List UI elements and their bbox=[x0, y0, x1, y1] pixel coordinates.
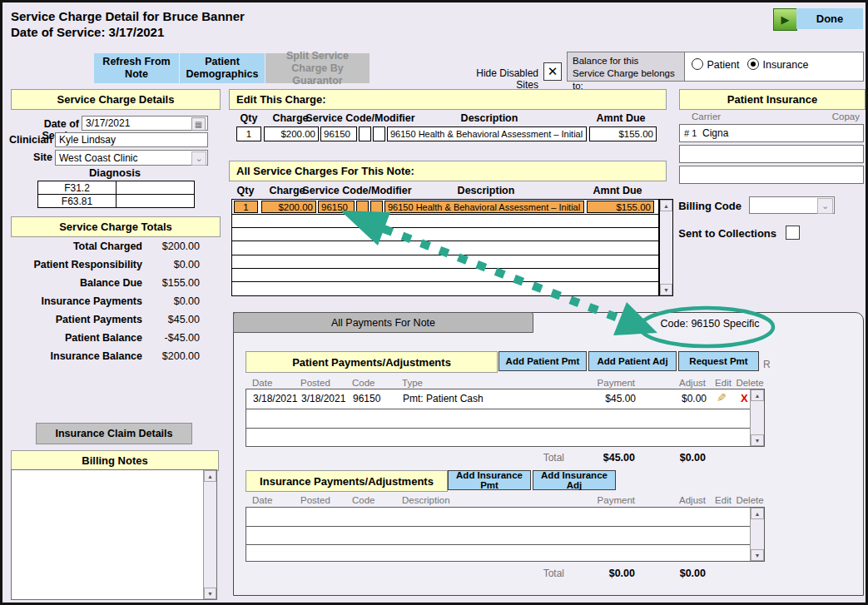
balance-belongs-label: Balance for this Service Charge belongs … bbox=[567, 52, 685, 82]
modifier2-input[interactable] bbox=[373, 126, 385, 141]
total-value: $155.00 bbox=[144, 277, 200, 289]
empty-row[interactable] bbox=[246, 428, 750, 429]
diagnosis-cell[interactable] bbox=[116, 181, 195, 195]
go-play-button[interactable]: ▶ bbox=[773, 8, 797, 31]
page-subtitle: Date of Service: 3/17/2021 bbox=[11, 25, 164, 39]
col-code: Service Code/Modifier bbox=[285, 112, 435, 124]
col-edit: Edit bbox=[712, 495, 735, 505]
total-label: Balance Due bbox=[2, 277, 142, 289]
total-value: $45.00 bbox=[144, 314, 200, 325]
scroll-up-icon[interactable]: ▲ bbox=[751, 508, 764, 519]
delete-x-icon[interactable]: X bbox=[741, 392, 748, 404]
col-delete: Delete bbox=[735, 495, 765, 505]
empty-row[interactable] bbox=[232, 268, 658, 269]
add-patient-pmt-button[interactable]: Add Patient Pmt bbox=[498, 351, 587, 371]
total-label: Insurance Balance bbox=[2, 350, 142, 362]
clinician-input[interactable]: Kyle Lindsay bbox=[55, 132, 208, 147]
sent-to-collections-label: Sent to Collections bbox=[677, 227, 776, 240]
insurance-payments-scrollbar[interactable]: ▲ ▼ bbox=[750, 508, 764, 561]
col-code: Service Code/Modifier bbox=[282, 185, 432, 196]
scroll-up-icon[interactable]: ▲ bbox=[660, 200, 672, 211]
billing-notes-scrollbar[interactable]: ▲ ▼ bbox=[203, 470, 216, 599]
qty-input[interactable]: 1 bbox=[236, 126, 261, 141]
col-type: Type bbox=[402, 378, 423, 388]
service-charges-scrollbar[interactable]: ▲ ▼ bbox=[659, 199, 673, 296]
chevron-down-icon[interactable]: ⌄ bbox=[817, 198, 833, 214]
patient-payment-row[interactable]: 3/18/2021 3/18/2021 96150 Pmt: Patient C… bbox=[246, 389, 751, 409]
site-select[interactable]: West Coast Clinic ⌄ bbox=[55, 150, 208, 166]
patient-demographics-button[interactable]: Patient Demographics bbox=[180, 53, 265, 83]
empty-row[interactable] bbox=[232, 241, 658, 241]
total-value: -$45.00 bbox=[144, 332, 200, 344]
service-charge-totals-header: Service Charge Totals bbox=[11, 216, 221, 237]
done-button[interactable]: Done bbox=[796, 8, 863, 29]
hide-disabled-sites-label: Hide Disabled Sites bbox=[452, 67, 538, 91]
tab-all-payments[interactable]: All Payments For Note bbox=[233, 312, 533, 333]
empty-row[interactable] bbox=[246, 409, 750, 409]
empty-row[interactable] bbox=[232, 281, 658, 282]
col-amnt-due: Amnt Due bbox=[585, 112, 657, 124]
description-input[interactable]: 96150 Health & Behavioral Assessment – I… bbox=[387, 126, 587, 141]
insurance-total-adjust: $0.00 bbox=[656, 568, 706, 579]
all-service-charges-header: All Service Charges For This Note: bbox=[229, 161, 667, 181]
service-code-input[interactable]: 96150 bbox=[320, 126, 357, 141]
patient-total-adjust: $0.00 bbox=[656, 452, 706, 464]
patient-payments-scrollbar[interactable]: ▲ ▼ bbox=[750, 389, 764, 446]
empty-row[interactable] bbox=[246, 526, 750, 527]
calendar-icon[interactable]: ▦ bbox=[191, 117, 206, 131]
empty-row[interactable] bbox=[232, 255, 658, 255]
diagnosis-cell[interactable]: F31.2 bbox=[37, 181, 117, 195]
r-indicator: R bbox=[763, 359, 771, 370]
scroll-down-icon[interactable]: ▼ bbox=[204, 588, 216, 599]
insurance-payments-table: ▲ ▼ bbox=[246, 507, 765, 562]
radio-insurance[interactable]: Insurance bbox=[747, 57, 808, 72]
col-payment: Payment bbox=[577, 378, 635, 388]
add-insurance-adj-button[interactable]: Add Insurance Adj bbox=[533, 470, 616, 490]
insurance-row[interactable] bbox=[679, 145, 864, 163]
empty-row[interactable] bbox=[232, 227, 658, 228]
chevron-down-icon[interactable]: ⌄ bbox=[191, 151, 206, 166]
empty-row[interactable] bbox=[246, 544, 750, 545]
insurance-row[interactable] bbox=[679, 166, 864, 184]
total-value: $200.00 bbox=[144, 350, 200, 362]
total-label: Patient Balance bbox=[2, 332, 142, 344]
hide-disabled-sites-checkbox[interactable]: ✕ bbox=[543, 62, 562, 81]
scroll-up-icon[interactable]: ▲ bbox=[751, 389, 764, 401]
edit-pencil-icon[interactable]: ✎ bbox=[717, 391, 727, 404]
tab-code-specific[interactable]: Code: 96150 Specific bbox=[639, 318, 781, 330]
sent-to-collections-checkbox[interactable] bbox=[786, 226, 800, 240]
charge-input[interactable]: $200.00 bbox=[264, 126, 319, 141]
amnt-due-input[interactable]: $155.00 bbox=[589, 126, 657, 141]
billing-code-select[interactable]: ⌄ bbox=[749, 196, 835, 214]
insurance-row[interactable]: # 1 Cigna bbox=[679, 124, 864, 142]
diagnosis-cell[interactable]: F63.81 bbox=[37, 194, 117, 208]
col-code: Code bbox=[352, 378, 375, 388]
radio-patient-circle[interactable] bbox=[692, 58, 703, 70]
request-pmt-button[interactable]: Request Pmt bbox=[678, 351, 759, 371]
insurance-claim-details-button[interactable]: Insurance Claim Details bbox=[36, 423, 192, 444]
date-of-service-input[interactable]: 3/17/2021 ▦ bbox=[82, 116, 208, 131]
add-insurance-pmt-button[interactable]: Add Insurance Pmt bbox=[448, 470, 531, 490]
col-description: Description bbox=[419, 112, 560, 124]
scroll-down-icon[interactable]: ▼ bbox=[751, 434, 764, 446]
refresh-from-note-button[interactable]: Refresh From Note bbox=[94, 53, 179, 83]
total-label: Insurance Payments bbox=[2, 295, 142, 307]
radio-patient[interactable]: Patient bbox=[692, 57, 739, 72]
billing-notes-header: Billing Notes bbox=[11, 450, 219, 471]
diagnosis-cell[interactable] bbox=[116, 194, 195, 208]
empty-row[interactable] bbox=[232, 214, 658, 215]
clinician-label: Clinician bbox=[2, 134, 52, 146]
x-mark-icon: ✕ bbox=[548, 64, 558, 79]
billing-notes-textarea[interactable]: ▲ ▼ bbox=[11, 469, 217, 600]
modifier1-input[interactable] bbox=[359, 126, 371, 141]
col-posted: Posted bbox=[300, 495, 330, 505]
patient-insurance-header: Patient Insurance bbox=[679, 89, 866, 110]
carrier-column-label: Carrier bbox=[692, 112, 721, 121]
scroll-up-icon[interactable]: ▲ bbox=[204, 470, 216, 482]
add-patient-adj-button[interactable]: Add Patient Adj bbox=[588, 351, 677, 371]
col-qty: Qty bbox=[236, 112, 261, 124]
radio-insurance-circle[interactable] bbox=[747, 58, 759, 70]
col-code: Code bbox=[352, 495, 375, 505]
scroll-down-icon[interactable]: ▼ bbox=[660, 284, 672, 295]
scroll-down-icon[interactable]: ▼ bbox=[751, 549, 764, 561]
